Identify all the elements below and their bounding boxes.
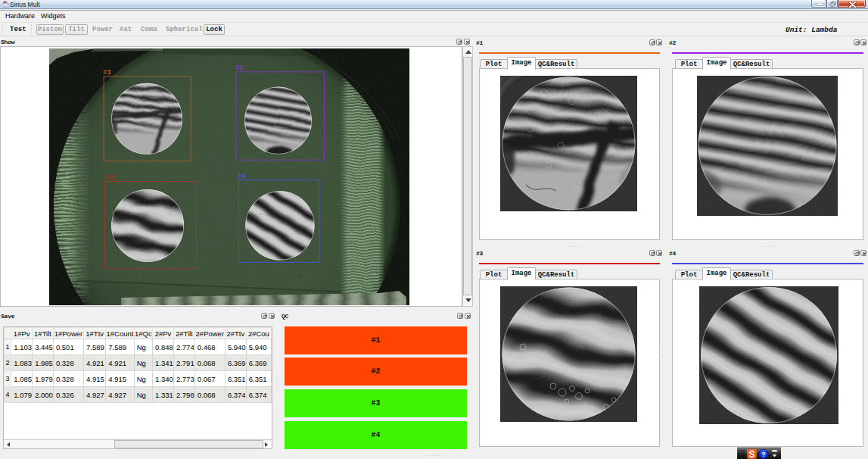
- svg-text:S: S: [748, 449, 754, 459]
- svg-text:?: ?: [761, 451, 766, 458]
